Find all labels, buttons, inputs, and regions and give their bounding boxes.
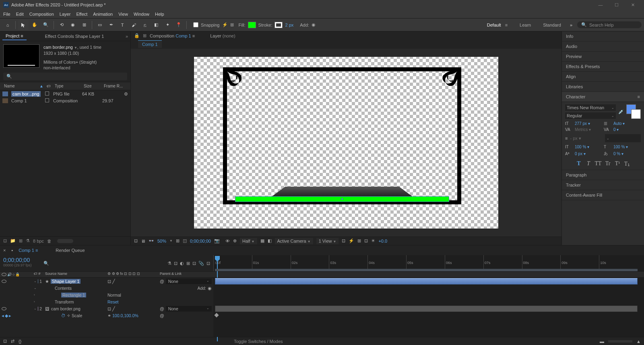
clone-tool-icon[interactable]: ⎌ bbox=[140, 20, 150, 30]
home-icon[interactable]: ⌂ bbox=[2, 20, 13, 30]
zoom-slider[interactable] bbox=[608, 340, 632, 343]
effects-presets-panel[interactable]: Effects & Presets bbox=[562, 62, 644, 72]
layer-row[interactable]: ⌄2 🖼cam border.png ⊡╱ @None⌄ bbox=[0, 305, 213, 312]
timeline-tracks[interactable] bbox=[213, 278, 644, 337]
menu-view[interactable]: View bbox=[118, 12, 128, 17]
transparency-icon[interactable]: ▦ bbox=[260, 238, 264, 243]
audio-panel[interactable]: Audio bbox=[562, 42, 644, 52]
motion-blur-icon[interactable]: ◐ bbox=[180, 261, 184, 266]
source-name-col[interactable]: Source Name bbox=[43, 272, 106, 277]
kerning[interactable]: Metrics ▾ bbox=[575, 127, 602, 132]
twirl-icon[interactable]: ⌄ bbox=[34, 279, 37, 283]
font-size[interactable]: 277 px ▾ bbox=[575, 121, 602, 126]
label-color[interactable] bbox=[38, 307, 38, 311]
stroke-width[interactable]: - px ▾ bbox=[570, 136, 603, 141]
view-select[interactable]: 1 View ▼ bbox=[316, 238, 339, 244]
lock-icon[interactable]: ▪ bbox=[11, 248, 13, 253]
puppet-tool-icon[interactable]: 📍 bbox=[173, 20, 184, 30]
bold-button[interactable]: T bbox=[575, 160, 582, 167]
current-time[interactable]: 0;00;00;00 bbox=[190, 239, 211, 243]
paperclip-icon[interactable]: 📎 bbox=[198, 261, 204, 266]
keyframe-icon[interactable] bbox=[214, 313, 219, 317]
panel-menu-icon[interactable]: ≡ bbox=[638, 94, 640, 99]
menu-animation[interactable]: Animation bbox=[93, 12, 113, 17]
item-menu-icon[interactable]: ⚙ bbox=[124, 91, 128, 97]
magnify-icon[interactable]: ⊡ bbox=[134, 238, 138, 243]
layer-transform[interactable]: › Transform Reset bbox=[0, 298, 213, 305]
folder-icon[interactable]: 📁 bbox=[10, 238, 16, 243]
twirl-icon[interactable]: ⌄ bbox=[34, 286, 37, 290]
menu-help[interactable]: Help bbox=[155, 12, 164, 17]
label-swatch[interactable] bbox=[45, 98, 49, 102]
project-search[interactable]: 🔍 bbox=[3, 73, 127, 80]
reset-link[interactable]: Reset bbox=[107, 299, 118, 304]
draft3d-icon[interactable]: ⊡ bbox=[192, 261, 196, 266]
hand-tool-icon[interactable]: ✋ bbox=[29, 20, 40, 30]
prev-key-icon[interactable]: ◂ bbox=[2, 313, 4, 318]
comp-breadcrumb[interactable]: Comp 1 bbox=[138, 40, 162, 48]
snap-grid-icon[interactable]: ⊞ bbox=[230, 22, 234, 27]
menu-file[interactable]: File bbox=[3, 12, 10, 17]
minimize-button[interactable]: — bbox=[592, 2, 609, 7]
character-panel-header[interactable]: Character≡ bbox=[562, 92, 644, 102]
orbit-tool-icon[interactable]: ⟲ bbox=[56, 20, 67, 30]
render-queue-tab[interactable]: Render Queue bbox=[56, 248, 85, 253]
libraries-panel[interactable]: Libraries bbox=[562, 82, 644, 92]
project-item[interactable]: cam bor...png PNG file 64 KB ⚙ bbox=[0, 90, 130, 98]
playhead[interactable] bbox=[215, 256, 220, 270]
label-color[interactable] bbox=[38, 279, 38, 283]
preview-panel[interactable]: Preview bbox=[562, 52, 644, 62]
layer-tab[interactable]: Layer (none) bbox=[210, 33, 235, 38]
flowchart-icon[interactable]: ⊞ bbox=[143, 33, 147, 38]
fill-swatch[interactable] bbox=[248, 22, 256, 28]
project-tab[interactable]: Project ≡ bbox=[2, 32, 27, 40]
visibility-toggle[interactable] bbox=[2, 280, 6, 283]
parent-select[interactable]: None⌄ bbox=[166, 278, 212, 284]
constrain-icon[interactable]: ⟡ bbox=[67, 313, 70, 318]
zoom-out-icon[interactable]: ▬ bbox=[600, 339, 604, 344]
add-shape-icon[interactable]: ◉ bbox=[208, 286, 212, 291]
shape-layer-rectangle[interactable] bbox=[235, 196, 449, 202]
col-type[interactable]: Type bbox=[53, 83, 82, 89]
fast-preview-icon[interactable]: ⚡ bbox=[349, 238, 354, 243]
mask-icon[interactable]: 👓 bbox=[149, 238, 154, 243]
brace-icon[interactable]: {} bbox=[19, 339, 21, 344]
channel-icon[interactable]: ⊕ bbox=[233, 238, 237, 243]
timeline-search[interactable]: 🔍 bbox=[40, 255, 164, 271]
snap-opt-icon[interactable]: ⚡ bbox=[222, 22, 228, 27]
layer-rectangle[interactable]: › Rectangle 1 Normal bbox=[0, 291, 213, 298]
close-button[interactable]: ✕ bbox=[625, 2, 641, 8]
display-icon[interactable]: 🖥 bbox=[141, 239, 145, 243]
effect-controls-tab[interactable]: Effect Controls Shape Layer 1 bbox=[42, 33, 107, 40]
resolution-select[interactable]: Half ▼ bbox=[240, 238, 257, 244]
text-color-swatches[interactable] bbox=[626, 104, 641, 119]
pickwhip-icon[interactable]: @ bbox=[160, 279, 164, 284]
pixel-aspect-icon[interactable]: ⊡ bbox=[342, 238, 345, 243]
roi-icon[interactable]: ◫ bbox=[183, 238, 187, 243]
reset-exposure-icon[interactable]: ☀ bbox=[371, 238, 375, 243]
timeline-icon[interactable]: ⊞ bbox=[357, 238, 361, 243]
info-panel[interactable]: Info bbox=[562, 31, 644, 42]
composition-viewer[interactable] bbox=[131, 49, 561, 237]
toggle-switches-button[interactable]: Toggle Switches / Modes bbox=[234, 339, 283, 344]
scale-value[interactable]: 100.0,100.0% bbox=[112, 313, 138, 318]
frame-blend-icon[interactable]: ⊡ bbox=[174, 261, 178, 266]
constrain-link-icon[interactable]: ⚭ bbox=[107, 313, 111, 318]
track-tool-icon[interactable]: ⊞ bbox=[79, 20, 89, 30]
work-area[interactable] bbox=[215, 269, 638, 271]
roto-tool-icon[interactable]: ✦ bbox=[162, 20, 173, 30]
snapshot-icon[interactable]: 📷 bbox=[214, 238, 220, 243]
eyedropper-icon[interactable]: 💉 bbox=[618, 109, 624, 114]
subscript-button[interactable]: T₁ bbox=[623, 160, 631, 167]
stroke-width[interactable]: 2 px bbox=[285, 23, 293, 27]
content-aware-fill-panel[interactable]: Content-Aware Fill bbox=[562, 190, 644, 200]
vscale[interactable]: 100 % ▾ bbox=[575, 145, 602, 149]
timeline-comp-tab[interactable]: Comp 1 ≡ bbox=[19, 248, 38, 253]
full-res-icon[interactable]: ⊞ bbox=[176, 238, 180, 243]
workspace-learn[interactable]: Learn bbox=[520, 23, 531, 27]
font-style-select[interactable]: Regular⌄ bbox=[565, 112, 616, 119]
graph-icon[interactable]: ⊞ bbox=[186, 261, 190, 266]
stroke-swatch[interactable] bbox=[275, 22, 283, 28]
workspace-default[interactable]: Default bbox=[487, 23, 501, 27]
time-ruler[interactable]: :00f 01s 02s 03s 04s 05s 06s 07s 08s 09s… bbox=[213, 255, 644, 271]
